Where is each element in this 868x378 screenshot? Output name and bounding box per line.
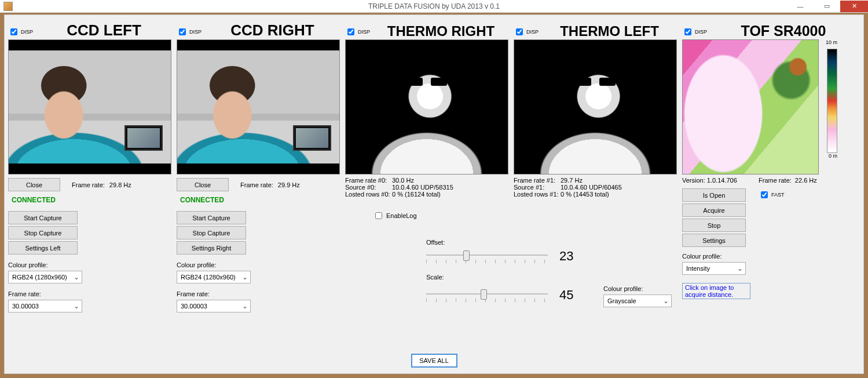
video-thermo-right — [345, 39, 508, 175]
ccd-left-fps: 29.8 Hz — [109, 181, 131, 188]
fps-select-ccd-left[interactable]: 30.00003 — [8, 300, 82, 312]
disp-checkbox-ccd-right[interactable]: DISP — [177, 27, 202, 37]
start-capture-ccd-left[interactable]: Start Capture — [8, 211, 78, 224]
close-button-ccd-right[interactable]: Close — [177, 178, 229, 191]
colorbar-max: 10 m — [823, 39, 837, 45]
video-thermo-left — [514, 39, 677, 175]
panel-ccd-right: DISP CCD RIGHT Close Frame rate: 29.9 Hz… — [177, 19, 343, 312]
acquire-button[interactable]: Acquire — [682, 203, 746, 217]
colorbar-min: 0 m — [823, 153, 837, 159]
status-ccd-left: CONNECTED — [12, 196, 175, 204]
maximize-button[interactable]: ▭ — [814, 1, 840, 12]
thermo-right-lost: 0 % (16124 total) — [392, 191, 441, 198]
window-title: TRIPLE DATA FUSION by UDA 2013 v 0.1 — [0, 2, 868, 10]
tof-fps: 22.6 Hz — [795, 177, 817, 184]
fps-select-ccd-right[interactable]: 30.00003 — [177, 300, 251, 312]
thermo-right-src: 10.0.4.60 UDP/58315 — [392, 184, 453, 191]
colorbar — [827, 49, 837, 153]
colour-profile-tof[interactable]: Intensity — [682, 262, 746, 275]
stop-capture-ccd-left[interactable]: Stop Capture — [8, 226, 78, 239]
titlebar: TRIPLE DATA FUSION by UDA 2013 v 0.1 — ▭… — [0, 0, 868, 13]
disp-checkbox-ccd-left[interactable]: DISP — [8, 27, 33, 37]
disp-checkbox-thermo-left[interactable]: DISP — [514, 27, 539, 37]
thermo-right-fps: 30.0 Hz — [392, 177, 414, 184]
app-icon — [3, 2, 13, 11]
close-window-button[interactable]: ✕ — [840, 1, 868, 12]
title-ccd-left: CCD LEFT — [33, 21, 175, 39]
is-open-button[interactable]: Is Open — [682, 188, 746, 202]
colour-profile-ccd-right[interactable]: RGB24 (1280x960) — [177, 271, 251, 284]
title-tof: TOF SR4000 — [707, 23, 860, 39]
settings-ccd-right[interactable]: Settings Right — [177, 241, 246, 255]
minimize-button[interactable]: — — [787, 1, 814, 12]
scale-slider[interactable] — [426, 287, 548, 303]
disp-checkbox-tof[interactable]: DISP — [682, 27, 707, 37]
title-thermo-left: THERMO LEFT — [539, 23, 680, 39]
panel-ccd-left: DISP CCD LEFT Close Frame rate: 29.8 Hz … — [8, 19, 175, 312]
start-capture-ccd-right[interactable]: Start Capture — [177, 211, 246, 224]
thermo-left-src: 10.0.4.60 UDP/60465 — [561, 184, 622, 191]
fast-checkbox[interactable]: FAST — [759, 190, 817, 200]
status-ccd-right: CONNECTED — [180, 196, 343, 204]
save-all-button[interactable]: SAVE ALL — [411, 354, 457, 368]
title-thermo-right: THERMO RIGHT — [370, 23, 512, 39]
colour-profile-thermo[interactable]: Grayscale — [603, 295, 672, 307]
offset-slider[interactable] — [426, 248, 548, 264]
colour-profile-ccd-left[interactable]: RGB24 (1280x960) — [8, 271, 82, 284]
scale-value: 45 — [559, 288, 587, 303]
fps-label: Frame rate: — [72, 181, 105, 188]
thermo-left-fps: 29.7 Hz — [561, 177, 583, 184]
panel-tof: DISP TOF SR4000 Version: 1.0.14.706 Is O… — [682, 19, 860, 312]
video-ccd-right — [177, 39, 340, 175]
title-ccd-right: CCD RIGHT — [202, 21, 343, 39]
thermo-left-lost: 0 % (14453 total) — [561, 191, 609, 198]
stop-button-tof[interactable]: Stop — [682, 219, 746, 232]
video-tof[interactable] — [682, 39, 819, 175]
video-ccd-left — [8, 39, 171, 175]
tof-version: 1.0.14.706 — [707, 177, 737, 184]
tof-hint-link[interactable]: Click on image to acquire distance. — [682, 283, 750, 299]
disp-checkbox-thermo-right[interactable]: DISP — [345, 27, 370, 37]
ccd-right-fps: 29.9 Hz — [278, 181, 300, 188]
enable-log-checkbox[interactable]: EnableLog — [373, 210, 512, 221]
stop-capture-ccd-right[interactable]: Stop Capture — [177, 226, 246, 239]
settings-ccd-left[interactable]: Settings Left — [8, 241, 78, 255]
settings-button-tof[interactable]: Settings — [682, 234, 746, 247]
close-button-ccd-left[interactable]: Close — [8, 178, 60, 191]
offset-value: 23 — [559, 249, 587, 264]
